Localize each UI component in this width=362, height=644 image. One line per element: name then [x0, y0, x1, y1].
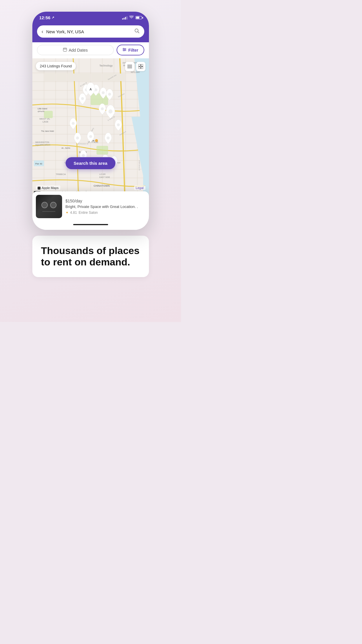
signal-bar-1	[122, 18, 123, 20]
listing-card[interactable]: $150/day Bright, Private Space with Grea…	[32, 191, 149, 222]
signal-bar-3	[125, 17, 126, 20]
svg-point-86	[108, 93, 111, 96]
svg-text:Technology: Technology	[99, 64, 113, 67]
svg-text:Little Island: Little Island	[38, 108, 47, 110]
home-indicator	[32, 222, 149, 230]
svg-rect-42	[80, 74, 90, 81]
svg-text:W Houston St: W Houston St	[78, 143, 88, 145]
search-icon[interactable]	[134, 28, 140, 35]
promo-headline: Thousands of places to rent on demand.	[41, 245, 140, 268]
listing-rating: 4.81	[70, 211, 77, 215]
grid-view-button[interactable]	[136, 62, 145, 71]
filter-button[interactable]: Filter	[117, 45, 144, 55]
listings-count: 243 Listings Found	[40, 64, 72, 68]
svg-point-10	[125, 49, 126, 50]
svg-text:LO   ER: LO ER	[99, 173, 106, 175]
listing-info: $150/day Bright, Private Space with Grea…	[66, 198, 145, 215]
svg-text:FDR Drive N: FDR Drive N	[138, 160, 140, 170]
svg-point-92	[89, 135, 92, 138]
svg-text:The Jane Hotel: The Jane Hotel	[41, 130, 54, 132]
status-icons	[122, 15, 142, 20]
price-unit: /day	[75, 199, 82, 203]
map-container[interactable]: Technology EMPIRE STATE BUILDING KIPS BA…	[32, 58, 149, 222]
svg-text:WASHINGTON: WASHINGTON	[35, 141, 49, 143]
svg-text:Pier 40: Pier 40	[35, 162, 42, 165]
signal-bar-2	[124, 18, 124, 20]
svg-point-89	[108, 109, 113, 113]
svg-rect-37	[96, 146, 108, 155]
svg-rect-39	[45, 74, 55, 81]
filter-row: Add Dates Filter	[32, 42, 149, 58]
svg-point-85	[102, 91, 105, 94]
listing-image	[36, 195, 62, 218]
svg-rect-107	[141, 67, 143, 69]
search-location-text: New York, NY, USA	[46, 29, 131, 34]
svg-rect-40	[56, 74, 67, 81]
battery-icon	[136, 16, 142, 19]
svg-text:WEST VIL: WEST VIL	[39, 118, 50, 120]
add-dates-label: Add Dates	[69, 48, 88, 52]
status-time: 12:56 ↗	[39, 15, 54, 20]
wifi-icon	[129, 15, 134, 20]
svg-rect-106	[138, 67, 140, 69]
svg-point-93	[76, 136, 79, 139]
location-arrow-icon: ↗	[52, 16, 54, 20]
svg-point-95	[82, 154, 85, 157]
listing-type: Entire Salon	[79, 211, 98, 215]
search-bar[interactable]: ‹ New York, NY, USA	[37, 25, 144, 38]
svg-line-1	[138, 32, 139, 33]
status-bar: 12:56 ↗	[32, 12, 149, 23]
map-view-toggle	[125, 62, 145, 71]
back-button[interactable]: ‹	[42, 29, 43, 35]
svg-point-11	[124, 50, 124, 51]
svg-rect-105	[141, 64, 143, 66]
svg-text:CHINATOWN: CHINATOWN	[94, 184, 110, 187]
headline-line1: Thousands of places	[41, 245, 140, 256]
search-area-button[interactable]: Search this area	[66, 157, 116, 169]
svg-rect-2	[63, 48, 67, 51]
svg-text:A: A	[89, 88, 92, 91]
svg-rect-43	[91, 74, 102, 81]
svg-point-88	[101, 107, 104, 110]
svg-point-87	[81, 97, 84, 100]
filter-label: Filter	[128, 48, 138, 52]
calendar-icon	[63, 48, 67, 52]
app-header: ‹ New York, NY, USA	[32, 23, 149, 42]
listings-badge: 243 Listings Found	[36, 62, 76, 70]
listing-price: $150/day	[66, 198, 145, 204]
svg-text:TRIBECA: TRIBECA	[56, 173, 66, 176]
svg-text:KIPS BAY: KIPS BAY	[131, 71, 140, 73]
listing-title: Bright, Private Space with Great Locatio…	[66, 204, 145, 209]
signal-bars	[122, 16, 127, 20]
svg-point-91	[117, 123, 120, 126]
svg-point-9	[123, 48, 124, 49]
svg-text:LAGE: LAGE	[43, 120, 48, 123]
add-dates-button[interactable]: Add Dates	[37, 45, 114, 55]
home-bar	[73, 224, 108, 225]
svg-rect-104	[138, 64, 140, 66]
svg-text:Ar...SoHo: Ar...SoHo	[61, 147, 70, 149]
svg-rect-41	[68, 74, 78, 81]
svg-text:EAST SIDE: EAST SIDE	[99, 176, 110, 178]
signal-bar-4	[126, 16, 127, 20]
list-view-button[interactable]	[125, 62, 134, 71]
bottom-text-section: Thousands of places to rent on demand.	[32, 236, 149, 277]
person-icon: ✦	[66, 211, 68, 215]
time-display: 12:56	[39, 15, 50, 20]
salon-interior	[36, 195, 62, 218]
svg-text:@Pier55: @Pier55	[38, 111, 45, 112]
svg-rect-38	[44, 111, 53, 118]
svg-point-94	[107, 136, 110, 139]
filter-sliders-icon	[122, 48, 126, 52]
listing-meta: ✦ 4.81 Entire Salon	[66, 211, 145, 215]
price-amount: $150	[66, 199, 75, 203]
headline-line2: to rent on demand.	[41, 256, 130, 267]
page-background: 12:56 ↗	[0, 0, 181, 322]
svg-point-90	[72, 122, 75, 125]
phone-shell: 12:56 ↗	[32, 12, 149, 230]
svg-point-73	[95, 139, 98, 142]
svg-text:SQUARE ARCH: SQUARE ARCH	[35, 144, 50, 146]
